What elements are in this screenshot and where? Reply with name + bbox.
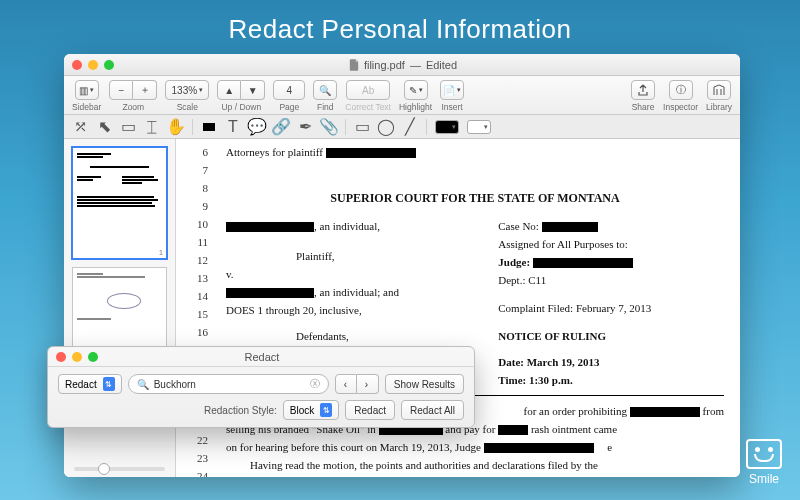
select-tool-icon[interactable]: ▭ <box>120 119 136 135</box>
correct-text-button[interactable]: Ab <box>346 80 390 100</box>
page-label: Page <box>279 102 299 112</box>
window-title: filing.pdf — Edited <box>114 59 692 71</box>
signature-tool-icon[interactable]: ✒︎ <box>297 119 313 135</box>
redact-button[interactable]: Redact <box>345 400 395 420</box>
link-tool-icon[interactable]: 🔗 <box>273 119 289 135</box>
brand-logo: Smile <box>746 439 782 486</box>
library-label: Library <box>706 102 732 112</box>
inspector-button[interactable]: ⓘ <box>669 80 693 100</box>
page-up-button[interactable]: ▲ <box>217 80 241 100</box>
redaction-mark <box>326 148 416 158</box>
rectangle-shape-icon[interactable]: ▭ <box>354 119 370 135</box>
minimize-icon[interactable] <box>88 60 98 70</box>
find-label: Find <box>317 102 334 112</box>
redact-mode-select[interactable]: Redact⇅ <box>58 374 122 394</box>
show-results-button[interactable]: Show Results <box>385 374 464 394</box>
window-controls <box>72 60 114 70</box>
clear-search-icon[interactable]: ⓧ <box>310 377 320 391</box>
redact-search-input[interactable]: 🔍 Buckhorn ⓧ <box>128 374 329 394</box>
page-down-button[interactable]: ▼ <box>241 80 265 100</box>
document-icon <box>349 59 359 71</box>
correct-label: Correct Text <box>345 102 391 112</box>
sidebar-label: Sidebar <box>72 102 101 112</box>
highlight-label: Highlight <box>399 102 432 112</box>
next-result-button[interactable]: › <box>357 374 379 394</box>
updown-label: Up / Down <box>221 102 261 112</box>
document-name: filing.pdf <box>364 59 405 71</box>
page-thumbnail-1[interactable]: 1 <box>72 147 167 259</box>
zoom-label: Zoom <box>122 102 144 112</box>
inspector-label: Inspector <box>663 102 698 112</box>
share-label: Share <box>632 102 655 112</box>
panel-minimize-icon[interactable] <box>72 352 82 362</box>
highlight-button[interactable]: ✎▾ <box>404 80 428 100</box>
sidebar-toggle-button[interactable]: ▥▾ <box>75 80 99 100</box>
panel-title: Redact <box>245 351 280 363</box>
attachment-tool-icon[interactable]: 📎 <box>321 119 337 135</box>
redaction-style-select[interactable]: Block⇅ <box>283 400 339 420</box>
library-button[interactable] <box>707 80 731 100</box>
panel-zoom-icon[interactable] <box>88 352 98 362</box>
zoom-out-button[interactable]: − <box>109 80 133 100</box>
insert-button[interactable]: 📄▾ <box>440 80 464 100</box>
fill-color-picker[interactable]: ▾ <box>467 120 491 134</box>
zoom-in-button[interactable]: ＋ <box>133 80 157 100</box>
stroke-color-picker[interactable]: ▾ <box>435 120 459 134</box>
hero-title: Redact Personal Information <box>0 0 800 55</box>
scale-button[interactable]: 133%▾ <box>165 80 209 100</box>
pointer-tool-icon[interactable]: ⬉ <box>96 119 112 135</box>
panel-close-icon[interactable] <box>56 352 66 362</box>
redaction-style-label: Redaction Style: <box>204 405 277 416</box>
note-tool-icon[interactable]: 💬 <box>249 119 265 135</box>
close-icon[interactable] <box>72 60 82 70</box>
page-number-field[interactable]: 4 <box>273 80 305 100</box>
redact-panel: Redact Redact⇅ 🔍 Buckhorn ⓧ ‹ › Show Res… <box>47 346 475 428</box>
select-left-tool-icon[interactable]: ⤱ <box>72 119 88 135</box>
find-button[interactable]: 🔍 <box>313 80 337 100</box>
scale-label: Scale <box>177 102 198 112</box>
prev-result-button[interactable]: ‹ <box>335 374 357 394</box>
share-button[interactable] <box>631 80 655 100</box>
format-toolbar: ⤱ ⬉ ▭ ⌶ ✋ T 💬 🔗 ✒︎ 📎 ▭ ◯ ╱ ▾ ▾ <box>64 115 740 139</box>
text-select-tool-icon[interactable]: ⌶ <box>144 119 160 135</box>
text-tool-icon[interactable]: T <box>225 119 241 135</box>
document-status: Edited <box>426 59 457 71</box>
search-icon: 🔍 <box>137 379 149 390</box>
redact-tool-icon[interactable] <box>201 119 217 135</box>
thumbnail-size-slider[interactable] <box>74 467 165 471</box>
line-shape-icon[interactable]: ╱ <box>402 119 418 135</box>
hand-tool-icon[interactable]: ✋ <box>168 119 184 135</box>
zoom-icon[interactable] <box>104 60 114 70</box>
main-toolbar: ▥▾ Sidebar − ＋ Zoom 133%▾ Scale ▲ ▼ Up /… <box>64 76 740 115</box>
titlebar: filing.pdf — Edited <box>64 54 740 76</box>
insert-label: Insert <box>441 102 462 112</box>
redact-all-button[interactable]: Redact All <box>401 400 464 420</box>
ellipse-shape-icon[interactable]: ◯ <box>378 119 394 135</box>
court-name: SUPERIOR COURT FOR THE STATE OF MONTANA <box>226 189 724 207</box>
